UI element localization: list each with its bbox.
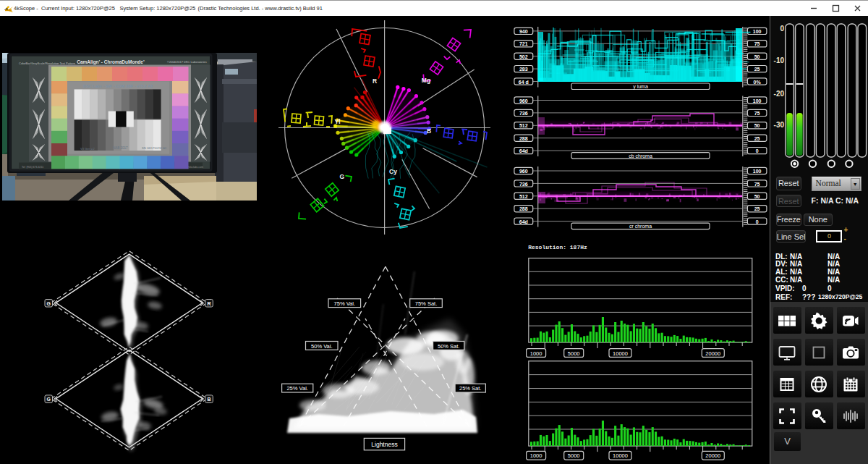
svg-text:736: 736 bbox=[519, 111, 528, 116]
svg-text:G: G bbox=[340, 173, 345, 180]
svg-text:736: 736 bbox=[519, 182, 528, 187]
svg-text:25: 25 bbox=[754, 67, 760, 72]
svg-text:75% Sat.: 75% Sat. bbox=[415, 300, 437, 307]
svg-text:-10: -10 bbox=[774, 56, 785, 64]
svg-text:B: B bbox=[427, 127, 431, 135]
svg-text:25% Val.: 25% Val. bbox=[286, 385, 307, 392]
svg-text:283: 283 bbox=[519, 67, 528, 72]
svg-text:100: 100 bbox=[753, 169, 762, 174]
svg-text:1000: 1000 bbox=[530, 350, 542, 357]
svg-text:100: 100 bbox=[753, 98, 762, 104]
svg-text:960: 960 bbox=[519, 98, 528, 104]
svg-text:25: 25 bbox=[754, 206, 760, 211]
svg-text:G: G bbox=[46, 301, 51, 306]
svg-text:R: R bbox=[207, 301, 210, 306]
svg-text:G: G bbox=[46, 397, 51, 402]
svg-text:B: B bbox=[207, 397, 210, 402]
svg-text:0: 0 bbox=[756, 148, 759, 153]
svg-text:64d: 64d bbox=[519, 148, 528, 153]
svg-text:5000: 5000 bbox=[568, 350, 580, 357]
svg-text:288: 288 bbox=[519, 136, 528, 141]
svg-text:721: 721 bbox=[519, 41, 528, 46]
svg-text:100: 100 bbox=[753, 29, 762, 34]
svg-text:Cy: Cy bbox=[389, 168, 397, 175]
svg-text:20000: 20000 bbox=[705, 452, 720, 459]
svg-text:-20: -20 bbox=[774, 90, 785, 98]
svg-text:Mg: Mg bbox=[422, 77, 430, 84]
svg-text:Resolution: 187Hz: Resolution: 187Hz bbox=[528, 244, 587, 250]
svg-text:-30: -30 bbox=[774, 121, 785, 129]
svg-text:20000: 20000 bbox=[705, 350, 720, 357]
svg-text:cb chroma: cb chroma bbox=[629, 153, 652, 159]
svg-text:75% Val.: 75% Val. bbox=[334, 300, 355, 307]
svg-text:75: 75 bbox=[754, 41, 760, 46]
svg-text:502: 502 bbox=[519, 54, 528, 59]
svg-text:50: 50 bbox=[754, 194, 760, 199]
svg-text:50: 50 bbox=[754, 54, 760, 59]
svg-text:0: 0 bbox=[780, 25, 784, 33]
svg-text:Yl: Yl bbox=[335, 118, 341, 125]
svg-text:Lightness: Lightness bbox=[371, 441, 397, 448]
svg-text:50: 50 bbox=[754, 123, 760, 128]
svg-text:10000: 10000 bbox=[613, 452, 628, 459]
svg-text:75: 75 bbox=[754, 182, 760, 187]
svg-text:288: 288 bbox=[519, 206, 528, 211]
svg-text:y luma: y luma bbox=[633, 84, 648, 90]
svg-text:0%: 0% bbox=[754, 80, 762, 85]
svg-text:1000: 1000 bbox=[530, 452, 542, 459]
svg-text:50% Sat.: 50% Sat. bbox=[438, 343, 459, 350]
svg-text:940: 940 bbox=[519, 29, 528, 34]
svg-text:10000: 10000 bbox=[613, 350, 628, 357]
svg-text:25: 25 bbox=[754, 136, 760, 141]
svg-text:64d: 64d bbox=[519, 219, 528, 224]
svg-text:512: 512 bbox=[519, 123, 528, 128]
svg-text:25% Sat.: 25% Sat. bbox=[459, 385, 481, 392]
svg-text:512: 512 bbox=[519, 194, 528, 199]
svg-text:75: 75 bbox=[754, 111, 760, 116]
svg-text:960: 960 bbox=[519, 169, 528, 174]
svg-text:0: 0 bbox=[756, 219, 759, 224]
svg-text:5000: 5000 bbox=[568, 452, 580, 459]
svg-text:cr chroma: cr chroma bbox=[629, 224, 652, 229]
svg-text:64 d: 64 d bbox=[519, 80, 529, 85]
svg-text:50% Val.: 50% Val. bbox=[311, 343, 332, 350]
svg-text:R: R bbox=[373, 77, 377, 85]
